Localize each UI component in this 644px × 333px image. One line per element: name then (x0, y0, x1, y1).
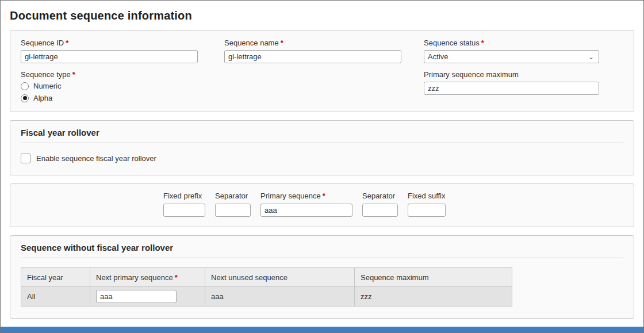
fiscal-year-rollover-panel: Fiscal year rollover Enable sequence fis… (10, 120, 634, 175)
cell-sequence-maximum: zzz (355, 287, 512, 307)
required-asterisk: * (175, 273, 178, 282)
sequence-status-value: Active (428, 52, 448, 61)
separator-1-input[interactable] (215, 204, 251, 217)
sequence-name-field: Sequence name* (224, 39, 424, 63)
required-asterisk: * (481, 39, 484, 47)
grid-spacer (224, 70, 424, 102)
primary-sequence-input[interactable] (260, 204, 352, 217)
required-asterisk: * (323, 192, 325, 200)
radio-numeric-label: Numeric (33, 82, 61, 90)
page-title: Document sequence information (1, 1, 643, 30)
sequence-name-label: Sequence name* (224, 39, 424, 47)
footer-accent-bar (1, 327, 643, 332)
enable-rollover-checkbox[interactable] (21, 154, 30, 163)
column-header-next-unused-sequence: Next unused sequence (205, 268, 355, 287)
fiscal-year-rollover-heading: Fiscal year rollover (21, 128, 623, 143)
cell-next-unused-sequence: aaa (205, 287, 355, 307)
table-row: All aaa zzz (21, 287, 512, 307)
sequence-without-rollover-panel: Sequence without fiscal year rollover Fi… (10, 235, 634, 319)
sequence-status-field: Sequence status* Active ⌄ (424, 39, 623, 63)
fixed-prefix-field: Fixed prefix (163, 192, 205, 217)
radio-alpha-label: Alpha (33, 94, 52, 102)
sequence-id-label: Sequence ID* (21, 39, 224, 47)
separator-2-label: Separator (362, 192, 398, 200)
column-header-fiscal-year: Fiscal year (21, 268, 90, 287)
enable-rollover-checkbox-label: Enable sequence fiscal year rollover (36, 154, 156, 163)
separator-1-field: Separator (215, 192, 251, 217)
radio-numeric-circle (21, 82, 29, 90)
required-asterisk: * (72, 70, 75, 79)
primary-sequence-maximum-label: Primary sequence maximum (424, 70, 623, 79)
sequence-id-input[interactable] (21, 50, 198, 63)
cell-next-primary-sequence (90, 287, 205, 307)
fixed-prefix-label: Fixed prefix (163, 192, 205, 200)
primary-sequence-maximum-input[interactable] (424, 82, 599, 95)
sequence-id-field: Sequence ID* (21, 39, 224, 63)
sequence-without-rollover-heading: Sequence without fiscal year rollover (21, 243, 623, 258)
radio-alpha[interactable]: Alpha (21, 94, 224, 102)
chevron-down-icon: ⌄ (588, 54, 594, 60)
separator-1-label: Separator (215, 192, 251, 200)
sequence-type-label: Sequence type* (21, 70, 224, 79)
primary-sequence-label: Primary sequence* (260, 192, 352, 200)
fixed-prefix-input[interactable] (163, 204, 205, 217)
radio-alpha-circle (21, 94, 29, 102)
sequence-format-panel: Fixed prefix Separator Primary sequence*… (10, 183, 634, 227)
sequence-type-field: Sequence type* Numeric Alpha (21, 70, 224, 102)
required-asterisk: * (281, 39, 283, 47)
cell-fiscal-year: All (21, 287, 90, 307)
sequence-status-label: Sequence status* (424, 39, 623, 47)
general-info-panel: Sequence ID* Sequence name* Sequence sta… (10, 30, 634, 112)
separator-2-input[interactable] (362, 204, 398, 217)
fixed-suffix-label: Fixed suffix (408, 192, 446, 200)
sequence-table: Fiscal year Next primary sequence* Next … (21, 267, 512, 307)
primary-sequence-maximum-field: Primary sequence maximum (424, 70, 623, 102)
column-header-next-primary-sequence: Next primary sequence* (90, 268, 205, 287)
fixed-suffix-field: Fixed suffix (408, 192, 446, 217)
next-primary-sequence-input[interactable] (96, 290, 177, 303)
sequence-status-select[interactable]: Active ⌄ (424, 50, 599, 63)
sequence-name-input[interactable] (224, 50, 401, 63)
radio-numeric[interactable]: Numeric (21, 82, 224, 90)
separator-2-field: Separator (362, 192, 398, 217)
column-header-sequence-maximum: Sequence maximum (355, 268, 512, 287)
fixed-suffix-input[interactable] (408, 204, 446, 217)
primary-sequence-field: Primary sequence* (260, 192, 352, 217)
table-header-row: Fiscal year Next primary sequence* Next … (21, 268, 512, 287)
required-asterisk: * (66, 39, 68, 47)
enable-rollover-checkbox-row[interactable]: Enable sequence fiscal year rollover (21, 154, 623, 163)
